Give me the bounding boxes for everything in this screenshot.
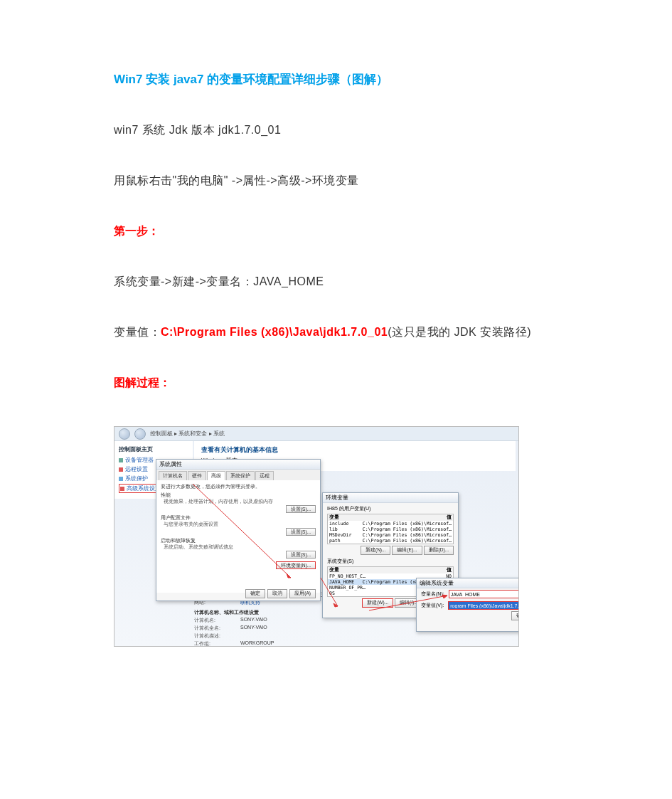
bullet-icon xyxy=(120,487,124,491)
full-name-value: SONY-VAIO xyxy=(240,625,267,632)
dialog-titlebar: 编辑系统变量 × xyxy=(417,578,519,588)
cancel-button[interactable]: 取消 xyxy=(267,589,287,598)
dialog-tabs: 计算机名 硬件 高级 系统保护 远程 xyxy=(156,470,320,480)
user-new-button[interactable]: 新建(N)... xyxy=(361,546,390,555)
computer-name-value: SONY-VAIO xyxy=(240,617,267,624)
user-vars-label: IH85 的用户变量(U) xyxy=(327,505,454,512)
settings-button-1[interactable]: 设置(S)... xyxy=(286,505,316,513)
edit-system-variable-dialog: 编辑系统变量 × 变量名(N): 变量值(V): 确定 取消 xyxy=(416,578,519,632)
ok-button[interactable]: 确定 xyxy=(511,611,519,620)
user-edit-button[interactable]: 编辑(E)... xyxy=(392,546,422,555)
main-header: 查看有关计算机的基本信息 xyxy=(201,445,508,455)
breadcrumb[interactable]: 控制面板 ▸ 系统和安全 ▸ 系统 xyxy=(150,430,225,438)
description-label: 计算机描述: xyxy=(194,633,240,640)
bullet-icon xyxy=(119,477,123,481)
list-col-val: 值 xyxy=(447,567,452,573)
performance-label: 性能 xyxy=(161,492,316,499)
tab-hardware[interactable]: 硬件 xyxy=(188,471,206,480)
sidebar-link-label: 远程设置 xyxy=(125,465,148,473)
system-properties-dialog: 系统属性 计算机名 硬件 高级 系统保护 远程 要进行大多数更改，您必须作为管理… xyxy=(156,459,321,601)
tab-remote[interactable]: 远程 xyxy=(255,471,274,480)
dialog-titlebar: 系统属性 xyxy=(156,460,320,470)
forward-button[interactable] xyxy=(134,428,146,440)
admin-note: 要进行大多数更改，您必须作为管理员登录。 xyxy=(161,483,316,490)
list-item[interactable]: MSDevDirC:\Program Files (x86)\Microsof… xyxy=(328,532,453,538)
workgroup-label: 工作组: xyxy=(194,640,240,647)
jdk-path-value: C:\Program Files (x86)\Java\jdk1.7.0_01 xyxy=(161,326,388,338)
var-value-label: 变量值(V): xyxy=(421,602,444,609)
paragraph-4: 变量值：C:\Program Files (x86)\Java\jdk1.7.0… xyxy=(114,325,558,340)
list-item[interactable]: pathC:\Program Files (x86)\Microsof… xyxy=(328,538,453,544)
var-name-input[interactable] xyxy=(449,590,519,598)
list-item[interactable]: libC:\Program Files (x86)\Microsof… xyxy=(328,527,453,532)
paragraph-3: 系统变量->新建->变量名：JAVA_HOME xyxy=(114,275,558,290)
settings-button-3[interactable]: 设置(S)... xyxy=(286,551,316,559)
sidebar-header: 控制面板主页 xyxy=(119,445,188,453)
sidebar-link-label: 设备管理器 xyxy=(125,456,154,464)
document-title: Win7 安装 java7 的变量环境配置详细步骤（图解） xyxy=(114,71,558,88)
screenshot-illustration: 控制面板 ▸ 系统和安全 ▸ 系统 控制面板主页 设备管理器 远程设置 系统保护… xyxy=(114,426,519,647)
dialog-titlebar: 环境变量 xyxy=(323,493,458,503)
var-value-input[interactable] xyxy=(448,601,519,610)
list-item[interactable]: includeC:\Program Files (x86)\Microsof… xyxy=(328,521,453,527)
list-col-var: 变量 xyxy=(329,514,339,521)
env-variables-button[interactable]: 环境变量(N)... xyxy=(276,561,316,569)
profile-sub: 与您登录有关的桌面设置 xyxy=(164,522,316,528)
dialog-title-text: 编辑系统变量 xyxy=(420,579,454,587)
user-variables-list[interactable]: 变量值 includeC:\Program Files (x86)\Micros… xyxy=(327,514,454,544)
value-suffix: (这只是我的 JDK 安装路径) xyxy=(388,326,531,338)
settings-button-2[interactable]: 设置(S)... xyxy=(286,528,316,536)
back-button[interactable] xyxy=(119,428,130,440)
value-prefix: 变量值： xyxy=(114,326,161,338)
step-1-heading: 第一步： xyxy=(114,224,558,239)
sidebar-link-label: 系统保护 xyxy=(125,475,148,482)
paragraph-1: win7 系统 Jdk 版本 jdk1.7.0_01 xyxy=(114,123,558,138)
tab-system-protection[interactable]: 系统保护 xyxy=(226,471,255,480)
system-vars-label: 系统变量(S) xyxy=(327,558,454,565)
illustration-heading: 图解过程： xyxy=(114,376,558,391)
explorer-nav-bar: 控制面板 ▸ 系统和安全 ▸ 系统 xyxy=(114,427,518,441)
startup-label: 启动和故障恢复 xyxy=(161,537,316,544)
domain-section-label: 计算机名称、域和工作组设置 xyxy=(194,609,259,616)
startup-sub: 系统启动、系统失败和调试信息 xyxy=(164,544,316,551)
user-delete-button[interactable]: 删除(D)... xyxy=(424,546,454,555)
computer-name-label: 计算机名: xyxy=(194,617,240,624)
var-name-label: 变量名(N): xyxy=(421,591,444,598)
bullet-icon xyxy=(119,467,123,472)
system-new-button[interactable]: 新建(W)... xyxy=(362,598,393,608)
tab-computer-name[interactable]: 计算机名 xyxy=(159,471,187,480)
full-name-label: 计算机全名: xyxy=(194,625,240,632)
workgroup-value: WORKGROUP xyxy=(240,640,274,647)
tab-advanced[interactable]: 高级 xyxy=(207,471,225,480)
list-col-val: 值 xyxy=(447,514,452,521)
paragraph-2: 用鼠标右击"我的电脑" ->属性->高级->环境变量 xyxy=(114,174,558,189)
apply-button[interactable]: 应用(A) xyxy=(289,589,316,598)
bullet-icon xyxy=(119,458,123,462)
performance-sub: 视觉效果，处理器计划，内存使用，以及虚拟内存 xyxy=(164,499,316,505)
ok-button[interactable]: 确定 xyxy=(245,589,265,598)
dialog-body: 要进行大多数更改，您必须作为管理员登录。 性能 视觉效果，处理器计划，内存使用，… xyxy=(156,480,320,593)
list-col-var: 变量 xyxy=(329,567,339,573)
profile-label: 用户配置文件 xyxy=(161,514,316,522)
